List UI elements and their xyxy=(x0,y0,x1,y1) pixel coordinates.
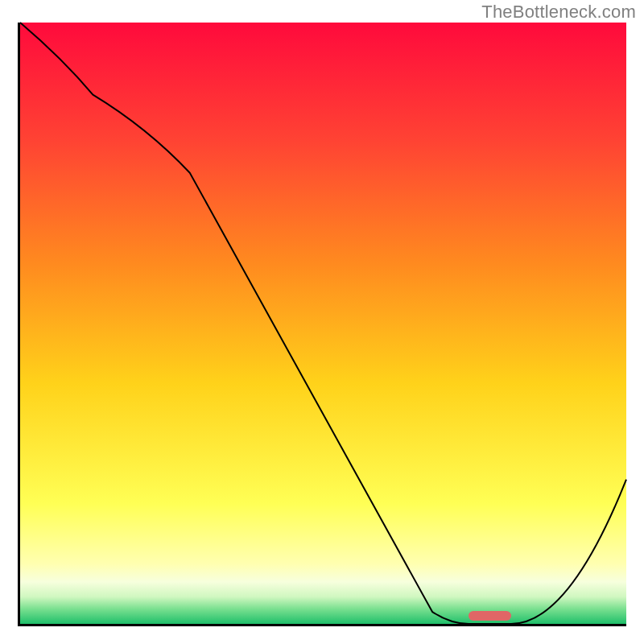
bottleneck-curve-path xyxy=(20,23,626,624)
chart-container: TheBottleneck.com xyxy=(0,0,644,644)
curve-svg xyxy=(20,23,626,624)
optimal-range-marker xyxy=(469,611,511,621)
watermark-label: TheBottleneck.com xyxy=(481,2,636,23)
plot-area xyxy=(18,23,626,626)
